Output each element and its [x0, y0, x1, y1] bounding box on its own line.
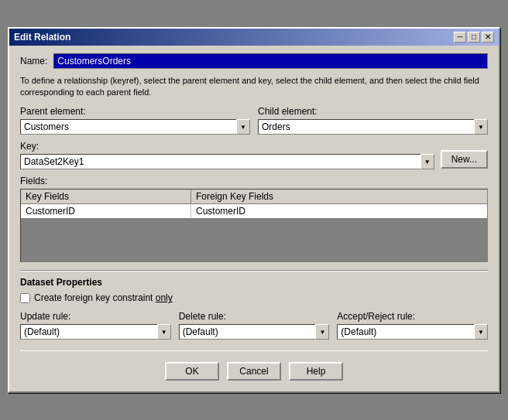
parent-element-group: Parent element: Customers Orders ▼ [20, 106, 250, 135]
child-element-select-wrapper: Orders Customers ▼ [258, 119, 488, 135]
foreign-key-constraint-checkbox[interactable] [20, 293, 30, 303]
dialog-title: Edit Relation [14, 32, 70, 43]
fields-header: Key Fields Foreign Key Fields [21, 190, 487, 204]
accept-reject-rule-select[interactable]: (Default) Cascade None [337, 324, 488, 340]
parent-element-label: Parent element: [20, 106, 250, 117]
parent-element-select[interactable]: Customers Orders [20, 119, 250, 135]
key-field-cell: CustomerID [21, 204, 191, 218]
key-group: Key: DataSet2Key1 ▼ [20, 141, 434, 169]
parent-element-select-wrapper: Customers Orders ▼ [20, 119, 250, 135]
name-label: Name: [20, 56, 47, 67]
dataset-properties-label: Dataset Properties [20, 277, 488, 288]
accept-reject-rule-group: Accept/Reject rule: (Default) Cascade No… [337, 311, 488, 340]
delete-rule-select[interactable]: (Default) Cascade SetNull SetDefault Non… [179, 324, 330, 340]
delete-rule-label: Delete rule: [179, 311, 330, 322]
name-row: Name: [20, 53, 488, 69]
name-input[interactable] [53, 53, 488, 69]
key-select-wrapper: DataSet2Key1 ▼ [20, 154, 434, 169]
key-row: Key: DataSet2Key1 ▼ New... [20, 141, 488, 169]
fields-label: Fields: [20, 176, 488, 186]
checkbox-label: Create foreign key constraint only [34, 292, 173, 303]
checkbox-row: Create foreign key constraint only [20, 292, 488, 303]
child-element-label: Child element: [258, 106, 488, 117]
update-rule-select[interactable]: (Default) Cascade SetNull SetDefault Non… [20, 324, 171, 340]
button-separator [20, 350, 488, 351]
foreign-key-field-cell: CustomerID [191, 204, 487, 218]
help-button[interactable]: Help [289, 362, 343, 381]
cancel-button[interactable]: Cancel [227, 362, 281, 381]
delete-rule-select-wrapper: (Default) Cascade SetNull SetDefault Non… [179, 324, 330, 340]
key-fields-header: Key Fields [21, 190, 191, 203]
update-rule-select-wrapper: (Default) Cascade SetNull SetDefault Non… [20, 324, 171, 340]
new-button[interactable]: New... [441, 150, 488, 169]
minimize-button[interactable]: ─ [454, 32, 466, 43]
dialog-body: Name: To define a relationship (keyref),… [9, 46, 499, 392]
element-row: Parent element: Customers Orders ▼ Child… [20, 106, 488, 135]
rules-row: Update rule: (Default) Cascade SetNull S… [20, 311, 488, 340]
description-text: To define a relationship (keyref), selec… [20, 75, 488, 99]
maximize-button[interactable]: □ [468, 32, 480, 43]
child-element-select[interactable]: Orders Customers [258, 119, 488, 135]
title-bar: Edit Relation ─ □ ✕ [9, 29, 499, 46]
foreign-key-fields-header: Foreign Key Fields [191, 190, 487, 203]
update-rule-label: Update rule: [20, 311, 171, 322]
child-element-group: Child element: Orders Customers ▼ [258, 106, 488, 135]
key-label: Key: [20, 141, 434, 152]
accept-reject-rule-select-wrapper: (Default) Cascade None ▼ [337, 324, 488, 340]
fields-container: Key Fields Foreign Key Fields CustomerID… [20, 189, 488, 262]
accept-reject-rule-label: Accept/Reject rule: [337, 311, 488, 322]
button-row: OK Cancel Help [20, 357, 488, 384]
edit-relation-dialog: Edit Relation ─ □ ✕ Name: To define a re… [8, 27, 500, 394]
delete-rule-group: Delete rule: (Default) Cascade SetNull S… [179, 311, 330, 340]
section-separator [20, 270, 488, 271]
update-rule-group: Update rule: (Default) Cascade SetNull S… [20, 311, 171, 340]
title-bar-controls: ─ □ ✕ [454, 32, 494, 43]
fields-section: Fields: Key Fields Foreign Key Fields Cu… [20, 176, 488, 262]
table-row[interactable]: CustomerID CustomerID [21, 204, 487, 218]
close-button[interactable]: ✕ [482, 32, 494, 43]
ok-button[interactable]: OK [165, 362, 219, 381]
key-select[interactable]: DataSet2Key1 [20, 154, 434, 169]
